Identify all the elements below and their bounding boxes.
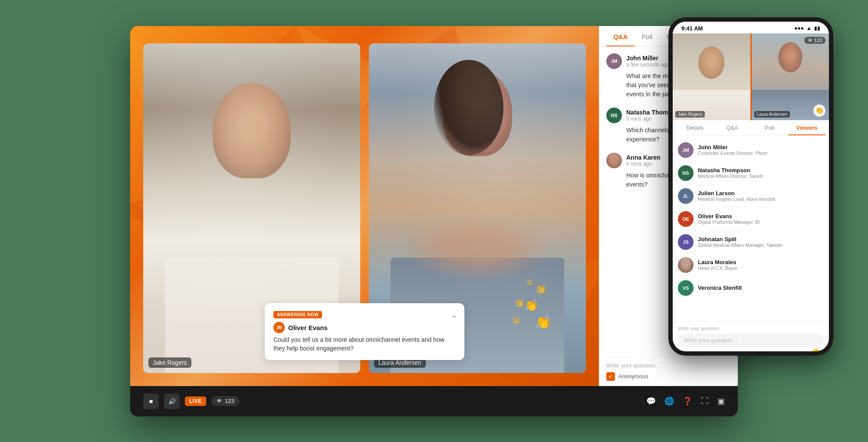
help-icon[interactable]: ❓ (683, 396, 692, 406)
mobile-viewer-title-natasha: Medical Affairs Director, Sanofi (698, 174, 763, 179)
fullscreen-icon[interactable]: ⛶ (701, 396, 709, 406)
mobile-viewers-list: JM John Miller Corporate Events Director… (673, 135, 829, 321)
mobile-video-area: Jake Rogers Laura Andersen 👏 👁 123 (673, 33, 829, 120)
mobile-emoji-btn[interactable]: 👏 (813, 105, 825, 117)
qa-name-anna: Anna Karen (626, 154, 661, 161)
mobile-input-box[interactable]: Write your question... (678, 334, 824, 347)
answering-chevron-icon[interactable]: ⌄ (451, 310, 457, 320)
mobile-viewers-badge: 👁 123 (804, 37, 825, 44)
mobile-viewer-title-john: Corporate Events Director, Pfizer (698, 151, 768, 156)
mobile-viewer-info-julien: Julien Larson Medical Insights Lead, Nov… (698, 190, 776, 202)
signal-icon: ●●● (794, 25, 804, 31)
mobile-viewer-name-oliver: Oliver Evans (698, 213, 760, 219)
mobile-viewer-info-oliver: Oliver Evans Digital Platforms Manager, … (698, 213, 760, 225)
mobile-viewer-oliver: OE Oliver Evans Digital Platforms Manage… (678, 208, 824, 231)
mobile-viewer-info-john: John Miller Corporate Events Director, P… (698, 144, 768, 156)
qa-avatar-anna (606, 153, 622, 168)
toolbar-left: ■ 🔊 LIVE 👁 123 (143, 393, 240, 409)
toolbar-right: 💬 🌐 ❓ ⛶ ▣ (646, 396, 725, 406)
viewers-number: 123 (225, 398, 234, 404)
mobile-footer-emoji[interactable]: 👏 (811, 347, 822, 351)
desktop-content: Jake Rogers (130, 26, 738, 416)
mobile-viewer-info-laura: Laura Morales Head of CX, Bayer (698, 259, 738, 271)
video-area: Jake Rogers (130, 26, 599, 386)
tab-poll[interactable]: Poll (635, 26, 659, 46)
layout-icon[interactable]: ▣ (717, 396, 725, 406)
mobile-avatar-laura (678, 257, 694, 273)
mobile-viewer-info-natasha: Natasha Thompson Medical Affairs Directo… (698, 167, 763, 179)
mobile-tab-details[interactable]: Details (676, 120, 713, 135)
mobile-viewer-natasha: NS Natasha Thompson Medical Affairs Dire… (678, 162, 824, 185)
eye-icon: 👁 (217, 398, 222, 404)
live-badge: LIVE (185, 396, 206, 406)
scene: Jake Rogers (9, 9, 859, 434)
mobile-viewer-info-johnatan: Johnatan Spill Global Medical Affairs Ma… (698, 236, 782, 248)
stop-button[interactable]: ■ (143, 393, 159, 409)
mobile-tabs: Details Q&A Poll Viewers (673, 120, 829, 135)
mobile-viewer-veronica: VS Veronica Stenfill (678, 277, 824, 300)
mobile-viewer-name-john: John Miller (698, 144, 768, 151)
answering-avatar: JM (273, 322, 285, 333)
mobile-viewers-count: 123 (814, 38, 822, 43)
audio-button[interactable]: 🔊 (164, 393, 180, 409)
write-question-label: Write your question... (606, 362, 731, 369)
answering-question: Could you tell us a bit more about omnic… (273, 336, 456, 353)
wifi-icon: ▲ (806, 25, 812, 31)
mobile-viewer-title-johnatan: Global Medical Affairs Manager, Takeda (698, 242, 782, 248)
mobile-tab-qa[interactable]: Q&A (713, 120, 751, 135)
tab-qa[interactable]: Q&A (606, 26, 635, 46)
globe-icon[interactable]: 🌐 (664, 396, 674, 406)
mobile-status-icons: ●●● ▲ ▮▮ (794, 25, 820, 31)
mobile-video-laura: Laura Andersen 👏 (752, 33, 829, 120)
jake-name-tag: Jake Rogers (148, 357, 191, 368)
qa-user-info-john: John Miller a few seconds ago (626, 55, 670, 68)
mobile-viewer-title-oliver: Digital Platforms Manager, BI (698, 219, 760, 225)
mobile-jake-name: Jake Rogers (675, 111, 705, 118)
qa-time-john: a few seconds ago (626, 62, 670, 68)
mobile-viewer-title-julien: Medical Insights Lead, Novo Nordisk (698, 196, 776, 202)
mobile-viewer-julien: JL Julien Larson Medical Insights Lead, … (678, 185, 824, 208)
mobile-viewer-john: JM John Miller Corporate Events Director… (678, 139, 824, 162)
answering-banner: ANSWERING NOW JM Oliver Evans Could you … (265, 303, 464, 360)
battery-icon: ▮▮ (814, 25, 820, 31)
mobile-avatar-natasha: NS (678, 165, 694, 181)
mobile-avatar-veronica: VS (678, 280, 694, 296)
viewers-count-badge: 👁 123 (211, 396, 240, 406)
mobile-time: 9:41 AM (681, 25, 703, 32)
mobile-avatar-john: JM (678, 142, 694, 158)
qa-input-row: ✓ Anonymous (606, 372, 731, 381)
mobile-video-jake: Jake Rogers (673, 33, 750, 120)
mobile-screen: 9:41 AM ●●● ▲ ▮▮ Jake Rogers (673, 22, 829, 351)
mobile-avatar-julien: JL (678, 188, 694, 204)
qa-avatar-john: JM (606, 53, 622, 69)
mobile-footer-label: Write your question... (678, 326, 824, 331)
anonymous-label: Anonymous (618, 373, 648, 380)
mobile-eye-icon: 👁 (808, 38, 812, 43)
qa-footer: Write your question... ✓ Anonymous (599, 357, 738, 386)
mobile-avatar-oliver: OE (678, 211, 694, 227)
mobile-footer: Write your question... Write your questi… (673, 321, 829, 351)
mobile-viewer-name-johnatan: Johnatan Spill (698, 236, 782, 242)
qa-name-john: John Miller (626, 55, 670, 62)
mobile-laura-name: Laura Andersen (754, 111, 790, 118)
mobile-viewer-laura: Laura Morales Head of CX, Bayer (678, 254, 824, 277)
desktop-screen: Jake Rogers (130, 26, 738, 416)
mobile-status-bar: 9:41 AM ●●● ▲ ▮▮ (673, 22, 829, 33)
qa-time-anna: 6 mins ago (626, 161, 661, 167)
chat-icon[interactable]: 💬 (646, 396, 656, 406)
answering-label: ANSWERING NOW (273, 311, 322, 318)
mobile-viewer-name-veronica: Veronica Stenfill (698, 285, 742, 291)
mobile-viewer-name-natasha: Natasha Thompson (698, 167, 763, 174)
bottom-toolbar: ■ 🔊 LIVE 👁 123 💬 🌐 ❓ ⛶ ▣ (130, 386, 738, 416)
anonymous-checkbox[interactable]: ✓ (606, 372, 615, 381)
mobile-device: 9:41 AM ●●● ▲ ▮▮ Jake Rogers (668, 17, 833, 356)
answering-name: Oliver Evans (288, 324, 328, 331)
answering-name-row: JM Oliver Evans (273, 322, 456, 333)
mobile-viewer-johnatan: JS Johnatan Spill Global Medical Affairs… (678, 231, 824, 254)
mobile-tab-poll[interactable]: Poll (751, 120, 788, 135)
mobile-tab-viewers[interactable]: Viewers (788, 120, 825, 135)
mobile-viewer-info-veronica: Veronica Stenfill (698, 285, 742, 291)
qa-avatar-natasha: NS (606, 108, 622, 123)
mobile-viewer-name-laura: Laura Morales (698, 259, 738, 265)
mobile-viewer-title-laura: Head of CX, Bayer (698, 265, 738, 271)
